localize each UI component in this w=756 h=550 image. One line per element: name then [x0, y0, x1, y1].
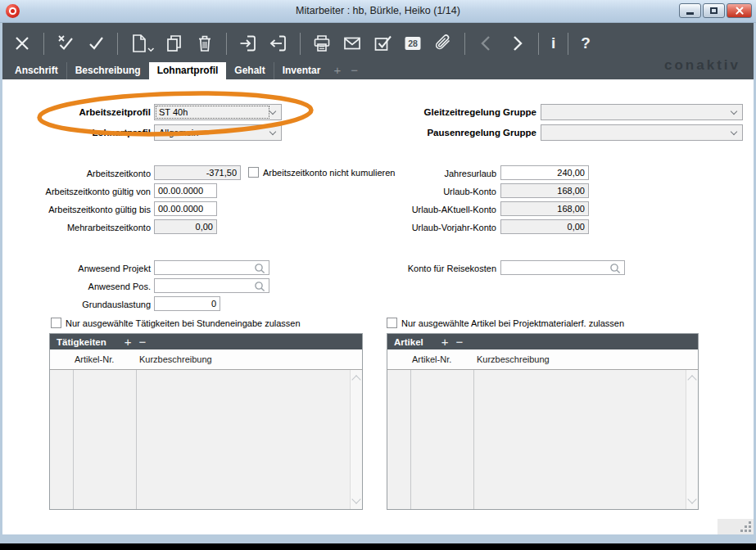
remove-row-icon[interactable]: − — [138, 335, 153, 349]
tasks-icon[interactable] — [371, 32, 394, 55]
arbeitszeitprofil-label: Arbeitszeitprofil — [16, 105, 151, 119]
delete-icon[interactable] — [193, 32, 216, 55]
tab-inventar[interactable]: Inventar — [274, 62, 329, 79]
print-icon[interactable] — [310, 32, 333, 55]
tab-remove-icon[interactable]: − — [346, 62, 363, 79]
mehrarbeitszeitkonto-field[interactable]: 0,00 — [154, 219, 217, 234]
urlaub-aktuell-konto-label: Urlaub-AKtuell-Konto — [360, 202, 496, 217]
scrollbar[interactable] — [686, 370, 698, 509]
gleitzeitregelung-label: Gleitzeitregelung Gruppe — [344, 105, 536, 119]
gueltig-von-field[interactable]: 00.00.0000 — [154, 183, 217, 198]
nicht-kumulieren-checkbox[interactable] — [248, 167, 259, 178]
minimize-icon — [686, 12, 694, 15]
toolbar-separator — [226, 33, 227, 55]
column-kurzbeschreibung[interactable]: Kurzbeschreibung — [473, 354, 698, 364]
export-icon[interactable] — [267, 32, 290, 55]
tab-lohnartprofil[interactable]: Lohnartprofil — [149, 62, 227, 79]
scroll-down-icon[interactable] — [351, 494, 360, 503]
search-icon[interactable] — [609, 263, 621, 275]
jahresurlaub-label: Jahresurlaub — [360, 166, 496, 181]
tab-gehalt[interactable]: Gehalt — [226, 62, 273, 79]
urlaub-konto-field[interactable]: 168,00 — [500, 183, 589, 198]
scroll-down-icon[interactable] — [687, 494, 696, 503]
new-record-icon[interactable] — [128, 32, 156, 55]
urlaub-aktuell-konto-field[interactable]: 168,00 — [500, 201, 589, 216]
toolbar-separator — [464, 33, 465, 55]
lohnartprofil-select[interactable]: Allgemein — [154, 124, 282, 141]
previous-record-icon[interactable] — [475, 32, 498, 55]
duplicate-icon[interactable] — [163, 32, 186, 55]
column-artikel-nr[interactable]: Artikel-Nr. — [410, 354, 473, 364]
resize-grip-icon — [740, 521, 751, 532]
close-record-icon[interactable] — [11, 32, 34, 55]
taetigkeiten-panel-title: Tätigkeiten — [57, 337, 106, 347]
info-icon[interactable]: i — [549, 32, 558, 55]
mitarbeiter-window: Mitarbeiter : hb, Bürkle, Heiko (1/14) — [0, 0, 756, 543]
gueltig-von-label: Arbeitszeitkonto gültig von — [16, 184, 151, 199]
taetigkeiten-panel-header: Tätigkeiten + − — [50, 334, 362, 349]
confirm-check-icon[interactable] — [84, 32, 107, 55]
arbeitszeitkonto-field[interactable]: -371,50 — [154, 165, 241, 180]
pausenregelung-label: Pausenregelung Gruppe — [344, 125, 536, 140]
pausenregelung-select[interactable] — [541, 124, 743, 141]
scroll-up-icon[interactable] — [687, 375, 696, 384]
gueltig-bis-label: Arbeitszeitkonto gültig bis — [16, 202, 151, 217]
minimize-button[interactable] — [679, 3, 701, 18]
taetigkeiten-list[interactable] — [50, 370, 362, 509]
artikel-column-headers: Artikel-Nr. Kurzbeschreibung — [387, 349, 698, 370]
remove-row-icon[interactable]: − — [456, 335, 471, 349]
help-icon[interactable]: ? — [578, 32, 593, 55]
anwesend-projekt-field[interactable] — [154, 260, 269, 275]
artikel-panel-title: Artikel — [394, 337, 423, 347]
scrollbar[interactable] — [350, 370, 362, 509]
close-button[interactable] — [727, 3, 752, 18]
email-icon[interactable] — [341, 32, 364, 55]
attachment-icon[interactable] — [432, 32, 455, 55]
resize-grip[interactable] — [718, 519, 754, 534]
toolbar-separator — [43, 33, 44, 55]
toolbar: 28 i ? — [11, 27, 593, 60]
add-row-icon[interactable]: + — [441, 335, 456, 349]
urlaub-konto-label: Urlaub-Konto — [360, 184, 496, 199]
nur-taetigkeiten-checkbox[interactable] — [51, 318, 61, 328]
lohnartprofil-label: Lohnartprofil — [16, 125, 151, 140]
grundauslastung-field[interactable]: 0 — [154, 296, 220, 311]
anwesend-pos-field[interactable] — [154, 278, 269, 293]
add-row-icon[interactable]: + — [124, 335, 139, 349]
artikel-list[interactable] — [387, 370, 698, 509]
restore-button[interactable] — [703, 3, 725, 18]
tab-strip: Anschrift Beschreibung Lohnartprofil Geh… — [7, 62, 363, 79]
chevron-down-icon — [269, 108, 276, 115]
grundauslastung-label: Grundauslastung — [16, 297, 151, 312]
gleitzeitregelung-select[interactable] — [541, 104, 743, 120]
brand-logo: conaktiv — [664, 57, 740, 74]
jahresurlaub-field[interactable]: 240,00 — [500, 165, 589, 180]
toolbar-separator — [300, 33, 301, 55]
search-icon[interactable] — [254, 281, 265, 293]
column-artikel-nr[interactable]: Artikel-Nr. — [73, 354, 136, 364]
tab-anschrift[interactable]: Anschrift — [7, 62, 66, 79]
gueltig-bis-field[interactable]: 00.00.0000 — [154, 201, 217, 216]
arbeitszeitprofil-select[interactable]: ST 40h — [154, 104, 282, 120]
scroll-up-icon[interactable] — [351, 375, 360, 384]
import-icon[interactable] — [237, 32, 260, 55]
calendar-icon[interactable]: 28 — [401, 32, 424, 55]
chevron-down-icon — [269, 128, 276, 135]
calendar-day: 28 — [408, 38, 418, 48]
nur-artikel-checkbox[interactable] — [387, 318, 397, 328]
nur-artikel-label: Nur ausgewählte Artikel bei Projektmater… — [401, 318, 624, 329]
tab-add-icon[interactable]: + — [328, 62, 346, 79]
window-title: Mitarbeiter : hb, Bürkle, Heiko (1/14) — [0, 5, 756, 16]
discard-check-icon[interactable] — [54, 32, 77, 55]
reisekosten-field[interactable] — [500, 260, 625, 275]
column-kurzbeschreibung[interactable]: Kurzbeschreibung — [136, 354, 362, 364]
search-icon[interactable] — [254, 263, 265, 275]
mehrarbeitszeitkonto-label: Mehrarbeitszeitkonto — [16, 220, 151, 235]
anwesend-projekt-label: Anwesend Projekt — [16, 261, 151, 276]
title-bar[interactable]: Mitarbeiter : hb, Bürkle, Heiko (1/14) — [0, 0, 756, 23]
arbeitszeitkonto-label: Arbeitszeitkonto — [16, 166, 151, 181]
restore-icon — [710, 7, 718, 14]
next-record-icon[interactable] — [505, 32, 528, 55]
tab-beschreibung[interactable]: Beschreibung — [66, 62, 149, 79]
urlaub-vorjahr-konto-field[interactable]: 0,00 — [500, 219, 589, 234]
